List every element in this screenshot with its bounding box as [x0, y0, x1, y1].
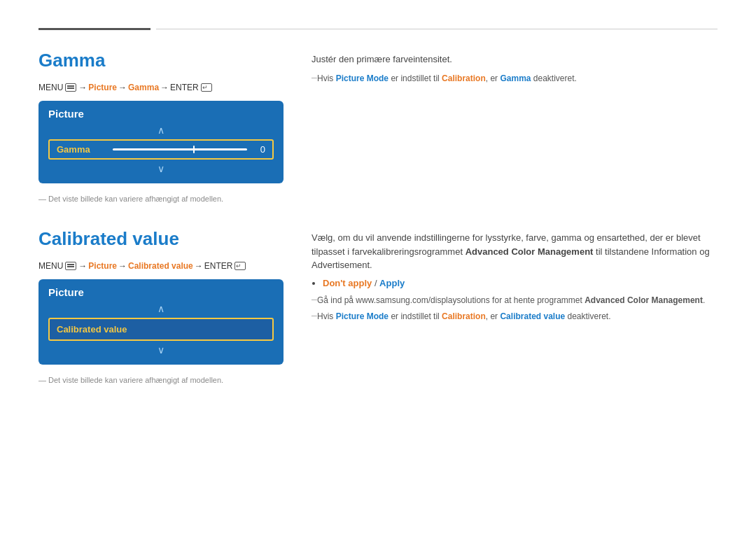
gamma-image-note: ― Det viste billede kan variere afhængig…: [38, 195, 284, 203]
menu-icon: [65, 83, 76, 92]
gamma-note: Hvis Picture Mode er indstillet til Cali…: [312, 72, 718, 85]
note2-end: , er: [486, 311, 498, 321]
calibrated-menu-path: MENU → Picture → Calibrated value → ENTE…: [38, 261, 284, 271]
chevron-down-icon[interactable]: ∨: [48, 164, 274, 174]
note1-bold: Advanced Color Management: [584, 295, 703, 305]
calibrated-bullet-list: Don't apply / Apply: [323, 278, 718, 288]
note-hvis: Hvis: [317, 73, 333, 83]
note2-calibrated: Calibrated value: [500, 311, 565, 321]
gamma-row: Gamma 0: [48, 139, 274, 160]
top-divider: [38, 28, 718, 30]
arrow3: →: [160, 83, 169, 92]
slash: /: [372, 278, 379, 288]
gamma-row-label: Gamma: [57, 144, 106, 155]
cal-menu-label: MENU: [38, 261, 63, 271]
calibrated-note1: Gå ind på www.samsung.com/displaysolutio…: [312, 294, 718, 307]
note2-picture-mode: Picture Mode: [336, 311, 388, 321]
note-middle: er indstillet til: [391, 73, 439, 83]
arrow2: →: [118, 83, 127, 92]
gamma-section: Gamma MENU → Picture → Gamma → ENTER Pic…: [38, 50, 718, 203]
gamma-description: Justér den primære farveintensitet.: [312, 52, 718, 66]
cal-enter-icon: [234, 262, 246, 270]
note-end: , er: [486, 73, 498, 83]
calibrated-picture-widget: Picture ∧ Calibrated value ∨: [38, 279, 284, 365]
note2-calibration: Calibration: [442, 311, 486, 321]
calibrated-right: Vælg, om du vil anvende indstillingerne …: [312, 228, 718, 384]
gamma-right: Justér den primære farveintensitet. Hvis…: [312, 50, 718, 203]
gamma-slider[interactable]: [113, 148, 247, 150]
enter-icon: [201, 83, 212, 92]
dont-apply-text: Don't apply: [323, 278, 372, 288]
enter-label: ENTER: [170, 83, 199, 92]
calibrated-description: Vælg, om du vil anvende indstillingerne …: [312, 231, 718, 272]
gamma-widget-title: Picture: [48, 108, 274, 120]
note1-prefix: Gå ind på www.samsung.com/displaysolutio…: [317, 295, 582, 305]
cal-arrow2: →: [118, 261, 127, 271]
cal-arrow1: →: [78, 261, 87, 271]
gamma-menu-path: MENU → Picture → Gamma → ENTER: [38, 83, 284, 92]
dont-apply-item: Don't apply / Apply: [323, 278, 718, 288]
cal-chevron-down-icon[interactable]: ∨: [48, 345, 274, 355]
picture-link: Picture: [88, 83, 117, 92]
note-gamma: Gamma: [500, 73, 531, 83]
arrow1: →: [78, 83, 87, 92]
note2-hvis: Hvis: [317, 311, 333, 321]
note2-middle: er indstillet til: [391, 311, 439, 321]
note2-deakt: deaktiveret.: [568, 311, 611, 321]
divider-light: [156, 29, 718, 29]
gamma-left: Gamma MENU → Picture → Gamma → ENTER Pic…: [38, 50, 284, 203]
apply-text: Apply: [379, 278, 405, 288]
calibrated-row: Calibrated value: [48, 318, 274, 341]
note-picture-mode: Picture Mode: [336, 73, 388, 83]
divider-dark: [38, 28, 150, 30]
cal-chevron-up-icon[interactable]: ∧: [48, 304, 274, 314]
cal-desc2: Advanced Color Management: [465, 246, 594, 257]
note-deakt: deaktiveret.: [533, 73, 577, 83]
cal-arrow3: →: [195, 261, 203, 271]
note1-end: .: [703, 295, 705, 305]
calibrated-title: Calibrated value: [38, 228, 284, 250]
calibrated-row-label: Calibrated value: [57, 324, 127, 335]
calibrated-image-note: ― Det viste billede kan variere afhængig…: [38, 376, 284, 384]
cal-calibrated-link: Calibrated value: [128, 261, 193, 271]
gamma-link: Gamma: [128, 83, 159, 92]
gamma-value: 0: [254, 144, 265, 155]
calibrated-note2: Hvis Picture Mode er indstillet til Cali…: [312, 310, 718, 323]
cal-menu-icon: [65, 262, 76, 270]
gamma-picture-widget: Picture ∧ Gamma 0 ∨: [38, 101, 284, 183]
calibrated-section: Calibrated value MENU → Picture → Calibr…: [38, 228, 718, 384]
cal-enter-label: ENTER: [204, 261, 233, 271]
calibrated-widget-title: Picture: [48, 286, 274, 298]
calibrated-left: Calibrated value MENU → Picture → Calibr…: [38, 228, 284, 384]
cal-picture-link: Picture: [88, 261, 117, 271]
gamma-title: Gamma: [38, 50, 284, 71]
menu-label: MENU: [38, 83, 63, 92]
note-calibration: Calibration: [442, 73, 486, 83]
chevron-up-icon[interactable]: ∧: [48, 125, 274, 135]
